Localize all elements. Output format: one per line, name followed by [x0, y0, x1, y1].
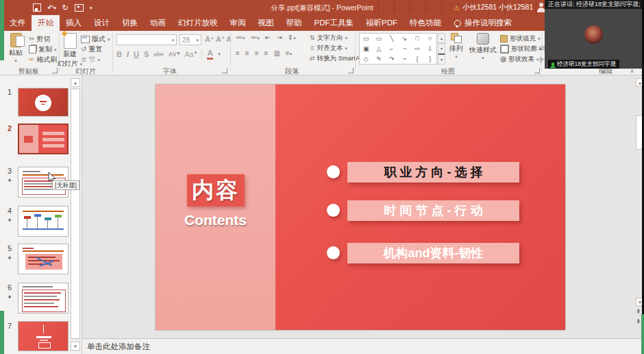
tab-animations[interactable]: 动画 — [144, 15, 172, 31]
tab-foxit-pdf[interactable]: 福昕PDF — [360, 15, 404, 31]
grow-font-button[interactable]: A▴ — [205, 35, 213, 43]
shape-icon[interactable]: { — [411, 54, 424, 64]
shape-icon[interactable]: △ — [373, 44, 386, 54]
tab-slideshow[interactable]: 幻灯片放映 — [172, 15, 224, 31]
shape-outline-button[interactable]: 形状轮廓 ▾ — [500, 45, 542, 54]
align-text-button[interactable]: ⇳ 对齐文本 ▾ — [310, 44, 347, 53]
character-spacing-button[interactable]: AV▾ — [169, 51, 179, 58]
font-name-combo[interactable]: ▾ — [116, 34, 177, 45]
shape-icon[interactable]: ↘ — [398, 34, 411, 44]
font-dialog-launcher[interactable] — [222, 68, 227, 73]
shape-icon[interactable]: ⇨ — [411, 44, 424, 54]
justify-button[interactable]: ≡ — [264, 50, 269, 57]
shape-icon[interactable]: ⇩ — [423, 44, 436, 54]
undo-button[interactable]: ↶▾ — [47, 4, 56, 12]
tab-pdf-tools[interactable]: PDF工具集 — [308, 15, 360, 31]
tab-help[interactable]: 帮助 — [280, 15, 308, 31]
shapes-scroll-down[interactable]: ▾ — [438, 43, 445, 54]
slide-thumbnail-4[interactable] — [18, 206, 69, 237]
slide-thumbnail-7[interactable] — [18, 321, 69, 351]
italic-button[interactable]: I — [127, 50, 129, 58]
shapes-gallery[interactable]: ▭ ▭ ╲ ↘ □ ○ ▣ △ ⌐ ¬ ⇨ ⇩ ◇ ✎ ↷ ~ { } — [359, 33, 437, 64]
thumbnail-scroll-up[interactable]: ▴ — [71, 78, 80, 87]
slide-thumbnail-5[interactable] — [18, 244, 69, 274]
shape-fill-button[interactable]: 形状填充 ▾ — [500, 34, 541, 43]
shape-icon[interactable]: ▭ — [360, 34, 373, 44]
new-slide-button[interactable]: 新建 幻灯片 ▾ — [60, 33, 79, 67]
tab-review[interactable]: 审阅 — [224, 15, 252, 31]
tab-special-features[interactable]: 特色功能 — [404, 15, 447, 31]
shape-icon[interactable]: □ — [411, 34, 424, 44]
next-slide-button[interactable]: ⇟ — [636, 318, 641, 324]
shape-icon[interactable]: ▭ — [373, 34, 386, 44]
redo-button[interactable]: ↻ — [62, 4, 69, 12]
slide-bullet-1[interactable]: 职 业 方 向 - 选 择 — [347, 162, 519, 182]
font-color-button[interactable]: A — [207, 49, 213, 60]
numbering-button[interactable]: ≕▾ — [251, 34, 260, 41]
paste-button[interactable]: 粘贴 ▾ — [4, 33, 27, 63]
slide-subheading[interactable]: Contents — [156, 212, 275, 228]
thumbnail-scroll-down[interactable]: ▾ — [71, 342, 80, 351]
tab-design[interactable]: 设计 — [88, 15, 116, 31]
clipboard-dialog-launcher[interactable] — [52, 68, 58, 73]
text-direction-button[interactable]: ⇅ 文字方向 ▾ — [310, 34, 347, 43]
shape-icon[interactable]: ⌐ — [385, 44, 398, 54]
slide-bullet-3[interactable]: 机构and资料-韧性 — [347, 243, 519, 263]
tab-transitions[interactable]: 切换 — [116, 15, 144, 31]
shape-icon[interactable]: ╲ — [385, 34, 398, 44]
shape-icon[interactable]: } — [423, 54, 436, 64]
save-icon[interactable] — [33, 3, 41, 12]
arrange-button[interactable]: 排列 ▾ — [447, 33, 466, 59]
format-painter-button[interactable]: ✏ 格式刷 — [29, 55, 57, 64]
shape-icon[interactable]: ▣ — [360, 44, 373, 54]
shape-icon[interactable]: ✎ — [373, 54, 386, 64]
align-menu-button[interactable]: ≡▾ — [286, 50, 292, 57]
change-case-button[interactable]: Aa▾ — [184, 50, 197, 58]
collapse-ribbon-button[interactable]: ˄ — [630, 68, 634, 75]
increase-indent-button[interactable]: ⇥ — [276, 34, 282, 41]
section-button[interactable]: ≣ 节 ▾ — [81, 55, 100, 64]
layout-button[interactable]: 版式 ▾ — [81, 34, 110, 44]
underline-button[interactable]: U — [134, 50, 139, 58]
shape-icon[interactable]: ↷ — [385, 54, 398, 64]
tab-insert[interactable]: 插入 — [60, 15, 88, 31]
select-button[interactable] — [540, 56, 544, 64]
meeting-overlay[interactable]: 正在讲话: 经济研18党支部闫宇晟; 经济研18党支部闫宇晟 — [545, 0, 644, 69]
font-size-combo[interactable]: 28 ▾ — [179, 34, 201, 45]
tab-home[interactable]: 开始 — [32, 15, 60, 31]
text-shadow-button[interactable]: S — [144, 50, 149, 58]
tab-file[interactable]: 文件 — [3, 15, 32, 31]
shrink-font-button[interactable]: A▾ — [216, 35, 224, 43]
bold-button[interactable]: B — [116, 50, 122, 58]
slide-thumbnail-6[interactable] — [18, 283, 69, 314]
strikethrough-button[interactable]: abc — [153, 51, 164, 58]
paragraph-dialog-launcher[interactable] — [348, 68, 354, 73]
thumbnail-scrollbar-thumb[interactable] — [71, 88, 80, 339]
shape-icon[interactable]: ○ — [423, 34, 436, 44]
shape-icon[interactable]: ◇ — [360, 54, 373, 64]
align-left-button[interactable]: ≡ — [236, 50, 240, 57]
slide-thumbnail-2[interactable] — [18, 123, 69, 154]
tab-view[interactable]: 视图 — [252, 15, 280, 31]
slide-thumbnail-1[interactable] — [18, 88, 69, 117]
decrease-indent-button[interactable]: ⇤ — [265, 34, 271, 41]
shape-icon[interactable]: ~ — [398, 54, 411, 64]
tell-me-search[interactable]: 操作说明搜索 — [447, 15, 519, 31]
shapes-scroll-up[interactable]: ▴ — [438, 33, 445, 43]
slide-bullet-2[interactable]: 时 间 节 点 - 行 动 — [347, 200, 519, 221]
cut-button[interactable]: ✂ 剪切 — [29, 34, 50, 44]
previous-slide-button[interactable]: ⇞ — [636, 308, 641, 315]
reset-button[interactable]: ↺ 重置 — [81, 45, 102, 54]
copy-button[interactable]: 复制 ▾ — [29, 45, 57, 54]
meeting-video[interactable]: 经济研18党支部闫宇晟 — [545, 9, 644, 69]
shapes-more-button[interactable]: ▾ — [438, 54, 445, 64]
shape-icon[interactable]: ¬ — [398, 44, 411, 54]
bullets-button[interactable]: ≔▾ — [236, 34, 245, 41]
drawing-dialog-launcher[interactable] — [534, 68, 540, 73]
columns-button[interactable]: ▥ — [273, 50, 280, 57]
account-info[interactable]: ⚠ 小伙12581 小伙12581 — [454, 0, 533, 15]
align-center-button[interactable]: ≡ — [245, 50, 249, 57]
slide-heading-box[interactable]: 内容 — [187, 174, 245, 206]
quick-styles-button[interactable]: 快速样式 ▾ — [469, 33, 497, 60]
line-spacing-button[interactable]: ⇕▾ — [288, 34, 296, 41]
